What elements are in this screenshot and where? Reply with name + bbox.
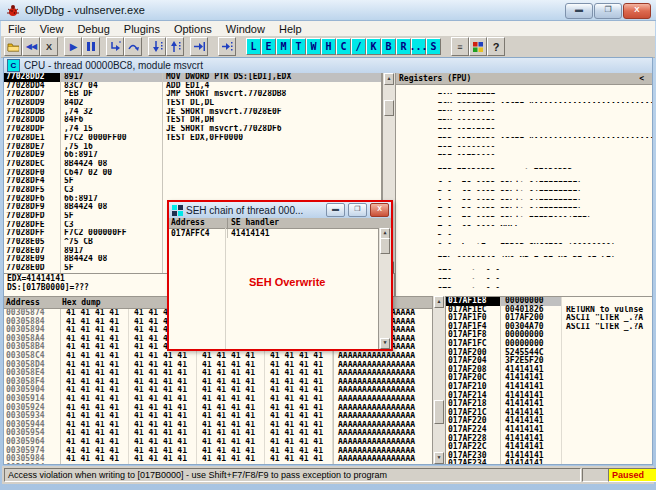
menu-item[interactable]: Plugins	[117, 23, 167, 35]
close-button[interactable]: X	[623, 3, 651, 19]
scroll-up-arrow[interactable]: ▲	[384, 73, 394, 85]
toolbar-letter-button[interactable]: C	[336, 38, 351, 55]
disasm-row[interactable]: 77028DD7 ^EB DF JMP SHORT msvcrt.77028DB…	[4, 90, 381, 99]
toolbar-letter-button[interactable]: E	[261, 38, 276, 55]
hexdump-row[interactable]: 00305944 41 41 41 41 41 41 41 41 41 41 4…	[4, 421, 432, 430]
register-line[interactable]: ESP 017AF1E8	[396, 120, 652, 129]
run-button[interactable]: ▶	[64, 37, 82, 56]
minimize-button[interactable]: ▬	[565, 3, 593, 19]
maximize-button[interactable]: ❐	[594, 3, 622, 19]
seh-maximize-button[interactable]: ❐	[348, 203, 367, 217]
disasm-row[interactable]: 77028DDD 84F6 TEST DH,DH	[4, 116, 381, 125]
hexdump-row[interactable]: 003058F4 41 41 41 41 41 41 41 41 41 41 4…	[4, 378, 432, 387]
register-line[interactable]: C 0 ES 0023 32bit 0(FFFFFFFF)	[396, 173, 652, 182]
scroll-up-arrow[interactable]: ▲	[434, 296, 444, 308]
pause-button[interactable]	[82, 37, 100, 56]
toolbar-letter-button[interactable]: H	[321, 38, 336, 55]
register-line[interactable]: S 0 FS 003B 32bit 7FFDE000(FFF)	[396, 208, 652, 217]
restart-button[interactable]: ◀◀	[22, 37, 40, 56]
hexdump-row[interactable]: 003058C4 41 41 41 41 41 41 41 41 41 41 4…	[4, 352, 432, 361]
disasm-row[interactable]: 77028DD2 8917 MOV DWORD PTR DS:[EDI],EDX	[4, 73, 381, 82]
hexdump-scrollbar[interactable]: ▲ ▼	[432, 296, 445, 464]
register-line[interactable]: A 0 SS 0023 32bit 0(FFFFFFFF)	[396, 191, 652, 200]
disasm-row[interactable]: 77028DDF ,74 15 JE SHORT msvcrt.77028DF6	[4, 125, 381, 134]
register-line[interactable]: ST0 empty 0.0	[396, 261, 652, 270]
toolbar-letter-button[interactable]: M	[276, 38, 291, 55]
menu-item[interactable]: Help	[272, 23, 309, 35]
toolbar-letter-button[interactable]: ...	[411, 38, 426, 55]
hexdump-row[interactable]: 003058D4 41 41 41 41 41 41 41 41 41 41 4…	[4, 361, 432, 370]
register-line[interactable]: ESI 00000000	[396, 138, 652, 147]
step-into-button[interactable]	[106, 37, 124, 56]
toolbar-letter-button[interactable]: L	[246, 38, 261, 55]
register-line[interactable]: EAX 7EFEFEFE	[396, 85, 652, 94]
toolbar-letter-button[interactable]: W	[306, 38, 321, 55]
register-line[interactable]: P 1 CS 001B 32bit 0(FFFFFFFF)	[396, 182, 652, 191]
register-line[interactable]: EBX 00000058	[396, 111, 652, 120]
register-line[interactable]: EDX 41414141	[396, 103, 652, 112]
hexdump-row[interactable]: 00305914 41 41 41 41 41 41 41 41 41 41 4…	[4, 395, 432, 404]
appearance-button[interactable]	[469, 37, 487, 56]
hexdump-row[interactable]: 003058E4 41 41 41 41 41 41 41 41 41 41 4…	[4, 369, 432, 378]
scroll-thumb[interactable]	[380, 238, 390, 254]
toolbar-letter-button[interactable]: B	[381, 38, 396, 55]
register-line[interactable]: ST3 empty 0.0	[396, 288, 652, 296]
menu-item[interactable]: Options	[167, 23, 219, 35]
trace-over-button[interactable]	[166, 37, 184, 56]
scroll-thumb[interactable]	[384, 100, 394, 116]
disasm-row[interactable]: 77028DE1 F7C2 0000FF00 TEST EDX,0FF0000	[4, 134, 381, 143]
stack-pane[interactable]: 017AF1E8 00000000 017AF1EC 00401826 RETU…	[445, 296, 652, 464]
menu-item[interactable]: Window	[219, 23, 272, 35]
hexdump-row[interactable]: 00305984 41 41 41 41 41 41 41 41 41 41 4…	[4, 455, 432, 464]
disasm-row[interactable]: 77028DE7 ,75 16	[4, 143, 381, 152]
hexdump-row[interactable]: 00305974 41 41 41 41 41 41 41 41 41 41 4…	[4, 447, 432, 456]
toolbar-letter-button[interactable]: T	[291, 38, 306, 55]
hexdump-row[interactable]: 00305954 41 41 41 41 41 41 41 41 41 41 4…	[4, 429, 432, 438]
menu-item[interactable]: File	[1, 23, 33, 35]
disasm-row[interactable]: 77028DF4 5F	[4, 177, 381, 186]
seh-row[interactable]: 017AFFC4 41414141	[169, 229, 391, 238]
cpu-window-titlebar[interactable]: C CPU - thread 00000BC8, module msvcrt	[4, 58, 652, 74]
toolbar-letter-button[interactable]: /	[351, 38, 366, 55]
disasm-row[interactable]: 77028DD9 84D2 TEST DL,DL	[4, 99, 381, 108]
disasm-row[interactable]: 77028DE9 66:8917	[4, 151, 381, 160]
open-file-button[interactable]	[4, 37, 22, 56]
register-line[interactable]: ST2 empty 0.0	[396, 279, 652, 288]
trace-into-button[interactable]	[148, 37, 166, 56]
register-line[interactable]: EDI 017B0000	[396, 147, 652, 156]
menu-item[interactable]: View	[33, 23, 71, 35]
hexdump-row[interactable]: 00305964 41 41 41 41 41 41 41 41 41 41 4…	[4, 438, 432, 447]
seh-window-titlebar[interactable]: SEH chain of thread 000... ▬ ❐ X	[169, 202, 391, 219]
register-line[interactable]: EFL 00010246 (NO,NB,E,BE,NS,PE,GE,LE)	[396, 248, 652, 257]
seh-scrollbar[interactable]: ▲ ▼	[378, 228, 391, 349]
register-line[interactable]: EIP 77028DD2 msvcrt.77028DD2	[396, 160, 652, 169]
step-over-button[interactable]	[124, 37, 142, 56]
menu-item[interactable]: Debug	[70, 23, 116, 35]
seh-close-button[interactable]: X	[370, 203, 389, 217]
hexdump-row[interactable]: 00305904 41 41 41 41 41 41 41 41 41 41 4…	[4, 386, 432, 395]
scroll-down-arrow[interactable]: ▼	[434, 452, 444, 464]
windows-list-button[interactable]: ≡	[451, 37, 469, 56]
disasm-row[interactable]: 77028DD4 83C7 04 ADD EDI,4	[4, 82, 381, 91]
registers-collapse-button[interactable]: <	[639, 73, 644, 84]
close-program-button[interactable]: X	[40, 37, 58, 56]
disasm-row[interactable]: 77028DF5 C3	[4, 186, 381, 195]
scroll-thumb[interactable]	[434, 400, 444, 424]
help-button[interactable]: ?	[487, 37, 505, 56]
register-line[interactable]: O 0 LastErr ERROR_SUCCESS (00000000)	[396, 235, 652, 244]
register-line[interactable]: ECX 00305874 ASCII "AAAAAAAAAAAAAAAAAAAA…	[396, 94, 652, 103]
register-line[interactable]: D 0	[396, 226, 652, 235]
hexdump-row[interactable]: 00305934 41 41 41 41 41 41 41 41 41 41 4…	[4, 412, 432, 421]
register-line[interactable]: EBP 017AF9D8 ASCII "AAAAAAAAAAAAAAAAAAAA…	[396, 129, 652, 138]
disasm-row[interactable]: 77028DDB ,74 32 JE SHORT msvcrt.77028E0F	[4, 108, 381, 117]
execute-till-return-button[interactable]	[190, 37, 208, 56]
go-to-address-button[interactable]	[218, 37, 236, 56]
register-line[interactable]: Z 1 DS 0023 32bit 0(FFFFFFFF)	[396, 200, 652, 209]
stack-row[interactable]: 017AF234 41414141	[446, 460, 652, 464]
scroll-down-arrow[interactable]: ▼	[380, 338, 390, 349]
toolbar-letter-button[interactable]: S	[426, 38, 441, 55]
register-line[interactable]: ST1 empty 0.0	[396, 270, 652, 279]
toolbar-letter-button[interactable]: K	[366, 38, 381, 55]
disasm-row[interactable]: 77028DEC 8B4424 08	[4, 160, 381, 169]
disasm-row[interactable]: 77028DF0 C647 02 00	[4, 169, 381, 178]
